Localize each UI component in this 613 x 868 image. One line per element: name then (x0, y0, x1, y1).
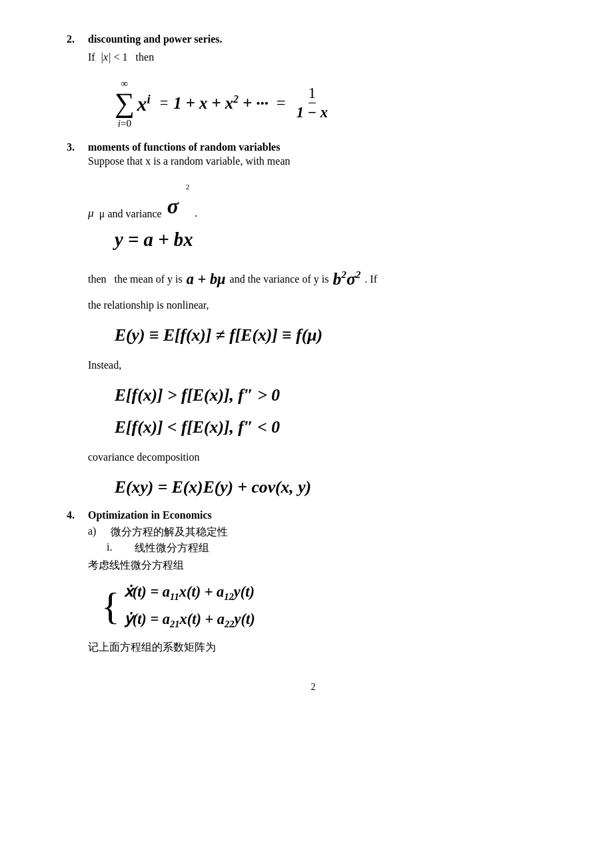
if-text: . If (364, 271, 377, 287)
section-4-title: Optimization in Economics (88, 509, 212, 521)
sum-sigma: ∑ (115, 89, 135, 117)
page-number: 2 (67, 682, 560, 693)
formula-nonlinear-eq: E(y) ≡ E[f(x)] ≠ f[E(x)] ≡ f(μ) (115, 325, 560, 345)
formula-covariance: E(xy) = E(x)E(y) + cov(x, y) (115, 477, 560, 497)
mu-symbol: μ (88, 204, 94, 221)
section-3-number: 3. (67, 141, 83, 153)
sum-lower: i=0 (118, 117, 131, 129)
mean-variance-line: μ μ and variance 2 σ . (88, 181, 560, 222)
nonlinear-text: the relationship is nonlinear, (88, 297, 560, 313)
formula-y-abx: y = a + bx (115, 229, 560, 251)
ode-system: { ẋ(t) = a11x(t) + a12y(t) ẏ(t) = a21x(t… (101, 583, 560, 630)
section-2-title: discounting and power series. (88, 33, 223, 45)
brace-symbol: { (101, 587, 120, 626)
sum-symbol: ∞ ∑ i=0 (115, 77, 135, 129)
subsec-a-row: a) 微分方程的解及其稳定性 (88, 525, 560, 539)
section-4: 4. Optimization in Economics a) 微分方程的解及其… (67, 509, 560, 655)
subsec-a-text: 微分方程的解及其稳定性 (111, 525, 228, 539)
section-2-number: 2. (67, 33, 83, 45)
fraction-1over1minusx: 1 1 − x (297, 85, 328, 121)
covariance-decomp-label: covariance decomposition (88, 449, 560, 465)
mean-variance-result-line: then the mean of y is a + bμ and the var… (88, 267, 560, 292)
var-y-value: b2σ2 (332, 267, 360, 292)
section-3-title: moments of functions of random variables (88, 141, 290, 153)
and-variance-of-y-text: and the variance of y is (230, 271, 329, 287)
then-text: then the mean of y is (88, 271, 183, 287)
matrix-text: 记上面方程组的系数矩阵为 (88, 639, 560, 655)
subsec-a-label: a) (88, 525, 107, 537)
section-2: 2. discounting and power series. If |x| … (67, 33, 560, 129)
ode-eq2: ẏ(t) = a21x(t) + a22y(t) (124, 610, 255, 630)
mean-y-value: a + bμ (187, 268, 226, 291)
section-3-suppose: Suppose that x is a random variable, wit… (88, 153, 290, 169)
instead-text: Instead, (88, 357, 560, 373)
section-4-number: 4. (67, 509, 83, 521)
sigma-squared: 2 σ (167, 181, 190, 222)
ode-eq1: ẋ(t) = a11x(t) + a12y(t) (124, 583, 255, 603)
subsec-i-label: i. (107, 541, 131, 553)
formula-power-series: ∞ ∑ i=0 xi = 1 + x + x2 + ··· = 1 1 − x (115, 77, 560, 129)
and-variance-text: μ and variance (99, 206, 162, 222)
section-2-condition: If |x| < 1 then (88, 49, 560, 65)
subsec-i-text: 线性微分方程组 (135, 541, 209, 555)
subsec-i-row: i. 线性微分方程组 (107, 541, 560, 555)
formula-greater: E[f(x)] > f[E(x)], f″ > 0 (115, 385, 560, 405)
consider-text: 考虑线性微分方程组 (88, 557, 560, 573)
formula-less: E[f(x)] < f[E(x)], f″ < 0 (115, 417, 560, 437)
section-3: 3. moments of functions of random variab… (67, 141, 560, 497)
